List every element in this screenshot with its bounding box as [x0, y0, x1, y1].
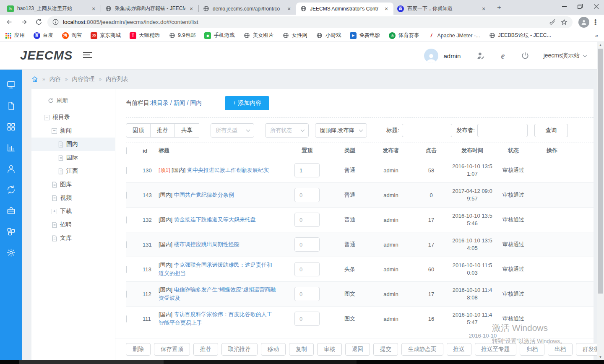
bookmark-item[interactable]: 小游戏 [316, 32, 341, 39]
row-checkbox[interactable] [126, 291, 127, 298]
batch-action-button[interactable]: 审核 [317, 343, 342, 356]
tree-item-selected[interactable]: 国内 [31, 138, 115, 151]
bookmark-item[interactable]: 百百度 [34, 32, 53, 39]
rail-item[interactable] [0, 179, 22, 200]
filter-toggle-button[interactable]: 共享 [174, 123, 199, 138]
top-priority-input[interactable] [294, 163, 320, 177]
rail-item[interactable] [0, 137, 22, 158]
rail-item[interactable] [0, 221, 22, 242]
row-checkbox[interactable] [126, 241, 127, 248]
home-icon[interactable] [31, 76, 38, 83]
scroll-down-icon[interactable]: ▼ [597, 354, 604, 360]
tree-item-node[interactable]: 国际 [31, 151, 115, 164]
row-checkbox[interactable] [126, 315, 127, 322]
page-scrollbar[interactable]: ▲ ▼ [597, 42, 604, 360]
rail-item[interactable] [0, 200, 22, 221]
tree-refresh-button[interactable]: 刷新 [48, 94, 115, 107]
tree-item-node[interactable]: 新闻 [31, 124, 115, 138]
breadcrumb-item[interactable]: 内容管理 [72, 75, 94, 83]
tree-item-node[interactable]: 图库 [31, 178, 115, 191]
batch-action-button[interactable]: 归档 [520, 343, 544, 356]
batch-action-button[interactable]: 提交 [373, 343, 398, 356]
tree-item-node[interactable]: 文库 [31, 231, 115, 245]
batch-action-button[interactable]: 退回 [345, 343, 370, 356]
batch-action-button[interactable]: 删除 [126, 343, 151, 356]
bookmark-item[interactable]: ▶免费电影 [350, 32, 380, 39]
tab-close-icon[interactable]: ✕ [480, 5, 487, 12]
menu-toggle-icon[interactable] [83, 52, 92, 60]
rail-item[interactable] [0, 116, 22, 137]
rail-item[interactable] [0, 242, 22, 263]
bookmark-item[interactable]: ◆手机游戏 [204, 32, 234, 39]
tab-close-icon[interactable]: ✕ [383, 5, 390, 12]
publisher-filter-input[interactable] [477, 124, 528, 137]
reload-button[interactable] [33, 17, 44, 28]
row-checkbox[interactable] [126, 167, 127, 174]
bookmark-star-icon[interactable] [561, 19, 568, 26]
top-priority-input[interactable] [294, 188, 320, 202]
tree-item-node[interactable]: 根目录 [31, 111, 115, 124]
rail-item[interactable] [0, 74, 22, 95]
bookmarks-overflow-icon[interactable]: » [595, 32, 598, 39]
scroll-up-icon[interactable]: ▲ [597, 42, 604, 48]
title-filter-input[interactable] [402, 124, 452, 137]
filter-toggle-button[interactable]: 固顶 [126, 123, 151, 138]
forward-button[interactable] [18, 17, 29, 28]
query-button[interactable]: 查询 [534, 124, 568, 137]
top-priority-input[interactable] [294, 213, 320, 227]
jeecms-logo[interactable]: JEECMS [20, 49, 73, 62]
batch-action-button[interactable]: 推荐 [193, 343, 218, 356]
batch-action-button[interactable]: 出档 [548, 343, 573, 356]
bookmark-item[interactable]: 应用 [5, 32, 25, 39]
site-switcher[interactable]: jeecms演示站 [544, 52, 587, 60]
bookmark-item[interactable]: JEEBBS论坛 - JEEC... [489, 32, 551, 39]
browser-tab[interactable]: 采集成功编辑内容報错 - JEECMS✕ [101, 3, 198, 15]
filter-select[interactable]: 所有类型 [211, 123, 254, 138]
content-title-link[interactable]: 专访百度科学家徐伟：百度比谷歌的人工智能平台更易上手 [159, 311, 272, 326]
filter-select[interactable]: 所有状态 [265, 123, 309, 138]
bookmark-item[interactable]: ◎体育赛事 [389, 32, 419, 39]
bookmark-item[interactable]: 9.9包邮 [169, 32, 195, 39]
row-checkbox[interactable] [126, 266, 127, 273]
browser-profile-avatar[interactable] [578, 17, 589, 28]
tree-item-node[interactable]: 视频 [31, 191, 115, 205]
back-button[interactable] [4, 17, 15, 28]
add-content-button[interactable]: + 添加内容 [225, 96, 269, 110]
minimize-button[interactable] [556, 0, 572, 13]
bookmark-item[interactable]: 女性网 [282, 32, 307, 39]
filter-select[interactable]: 固顶降,发布降 [315, 123, 367, 138]
browser-tab[interactable]: demo.jeecms.com/api/front/co✕ [199, 3, 296, 15]
row-checkbox[interactable] [126, 192, 127, 199]
batch-action-button[interactable]: 推送至专题 [475, 343, 517, 356]
windows-taskbar[interactable] [0, 360, 604, 364]
batch-action-button[interactable]: 移动 [261, 343, 286, 356]
collapse-icon[interactable] [52, 128, 57, 134]
bookmark-item[interactable]: JD京东商城 [91, 32, 121, 39]
expand-icon[interactable] [52, 209, 57, 214]
content-title-link[interactable]: 中国共产党纪律处分条例 [174, 192, 234, 198]
scrollbar-thumb[interactable] [598, 49, 603, 294]
content-title-link[interactable]: 黄金接连下跌难道又等大妈来托盘 [174, 216, 256, 223]
row-checkbox[interactable] [126, 216, 127, 224]
filter-toggle-button[interactable]: 推荐 [150, 123, 175, 138]
current-channel-path[interactable]: 根目录 / 新闻 / 国内 [151, 99, 202, 107]
close-window-button[interactable] [588, 0, 604, 13]
top-priority-input[interactable] [294, 287, 320, 301]
restore-button[interactable] [572, 0, 588, 13]
top-priority-input[interactable] [294, 262, 320, 276]
bookmark-item[interactable]: 淘淘宝 [62, 32, 82, 39]
browser-tab[interactable]: 百百度一下，你就知道✕ [393, 3, 491, 15]
browser-tab-active[interactable]: JEECMS Administrator's Contr✕ [296, 3, 393, 15]
rail-item[interactable] [0, 95, 22, 116]
content-title-link[interactable]: 李克强联合国承诺援助难民：这是责任和道义的担当 [159, 262, 272, 276]
select-all-checkbox[interactable] [126, 147, 127, 154]
browser-menu-icon[interactable]: ••• [594, 19, 596, 25]
tab-close-icon[interactable]: ✕ [286, 5, 292, 12]
breadcrumb-item[interactable]: 内容列表 [106, 75, 128, 83]
content-title-link[interactable]: 楼市调控应跳出周期性怪圈 [174, 241, 240, 247]
tab-close-icon[interactable]: ✕ [188, 5, 195, 12]
edit-profile-icon[interactable] [476, 52, 485, 60]
ie-browser-icon[interactable]: e [501, 51, 505, 61]
bookmark-item[interactable]: T天猫精选 [130, 32, 160, 39]
logout-power-icon[interactable] [521, 52, 529, 60]
